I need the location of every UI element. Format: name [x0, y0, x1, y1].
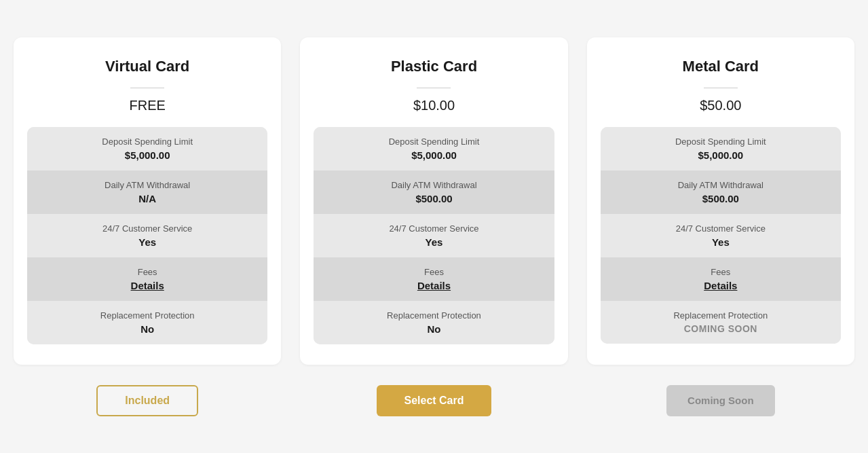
features-box-plastic: Deposit Spending Limit$5,000.00Daily ATM…: [314, 127, 554, 344]
feature-row-plastic-4: Replacement ProtectionNo: [314, 301, 554, 344]
card-metal: Metal Card$50.00Deposit Spending Limit$5…: [587, 37, 854, 365]
feature-label-plastic-0: Deposit Spending Limit: [327, 137, 540, 147]
feature-value-plastic-2: Yes: [327, 236, 540, 248]
feature-row-metal-2: 24/7 Customer ServiceYes: [601, 214, 841, 257]
feature-value-plastic-1: $500.00: [327, 193, 540, 204]
feature-label-virtual-4: Replacement Protection: [41, 310, 254, 321]
feature-value-virtual-0: $5,000.00: [41, 149, 254, 161]
btn-area-virtual: Included: [14, 385, 281, 416]
feature-value-plastic-3[interactable]: Details: [327, 280, 540, 291]
feature-row-virtual-3[interactable]: FeesDetails: [27, 257, 267, 301]
feature-row-virtual-0: Deposit Spending Limit$5,000.00: [27, 127, 267, 170]
btn-area-plastic: Select Card: [300, 385, 567, 416]
feature-label-virtual-1: Daily ATM Withdrawal: [41, 180, 254, 190]
feature-row-virtual-4: Replacement ProtectionNo: [27, 301, 267, 344]
feature-label-metal-0: Deposit Spending Limit: [614, 137, 827, 147]
feature-label-metal-1: Daily ATM Withdrawal: [614, 180, 827, 190]
feature-row-metal-3[interactable]: FeesDetails: [601, 257, 841, 301]
feature-value-metal-0: $5,000.00: [614, 149, 827, 161]
feature-row-metal-4: Replacement ProtectionCOMING SOON: [601, 301, 841, 344]
card-title-plastic: Plastic Card: [391, 58, 477, 75]
feature-value-metal-3[interactable]: Details: [614, 280, 827, 291]
feature-value-virtual-1: N/A: [41, 193, 254, 204]
feature-row-virtual-2: 24/7 Customer ServiceYes: [27, 214, 267, 257]
buttons-row: IncludedSelect CardComing Soon: [14, 385, 854, 416]
card-title-metal: Metal Card: [683, 58, 759, 75]
feature-label-metal-4: Replacement Protection: [614, 310, 827, 321]
card-title-virtual: Virtual Card: [105, 58, 189, 75]
feature-value-metal-2: Yes: [614, 236, 827, 248]
card-divider-virtual: [130, 88, 164, 88]
btn-virtual[interactable]: Included: [96, 385, 198, 416]
card-divider-plastic: [417, 88, 451, 88]
feature-label-plastic-4: Replacement Protection: [327, 310, 540, 321]
features-box-metal: Deposit Spending Limit$5,000.00Daily ATM…: [601, 127, 841, 344]
btn-metal: Coming Soon: [666, 385, 775, 416]
card-price-virtual: FREE: [129, 98, 165, 113]
feature-row-metal-1: Daily ATM Withdrawal$500.00: [601, 170, 841, 214]
feature-label-plastic-3: Fees: [327, 267, 540, 277]
feature-row-plastic-1: Daily ATM Withdrawal$500.00: [314, 170, 554, 214]
card-plastic: Plastic Card$10.00Deposit Spending Limit…: [300, 37, 567, 365]
card-price-metal: $50.00: [700, 98, 741, 113]
cards-wrapper: Virtual CardFREEDeposit Spending Limit$5…: [14, 37, 854, 365]
page-container: Virtual CardFREEDeposit Spending Limit$5…: [0, 0, 868, 453]
feature-value-plastic-4: No: [327, 323, 540, 335]
feature-row-plastic-0: Deposit Spending Limit$5,000.00: [314, 127, 554, 170]
feature-label-plastic-1: Daily ATM Withdrawal: [327, 180, 540, 190]
card-price-plastic: $10.00: [413, 98, 455, 113]
feature-row-virtual-1: Daily ATM WithdrawalN/A: [27, 170, 267, 214]
feature-value-virtual-2: Yes: [41, 236, 254, 248]
feature-label-metal-2: 24/7 Customer Service: [614, 223, 827, 234]
card-divider-metal: [704, 88, 738, 88]
feature-value-virtual-3[interactable]: Details: [41, 280, 254, 291]
feature-label-virtual-3: Fees: [41, 267, 254, 277]
feature-label-metal-3: Fees: [614, 267, 827, 277]
card-virtual: Virtual CardFREEDeposit Spending Limit$5…: [14, 37, 281, 365]
feature-row-metal-0: Deposit Spending Limit$5,000.00: [601, 127, 841, 170]
features-box-virtual: Deposit Spending Limit$5,000.00Daily ATM…: [27, 127, 267, 344]
feature-label-plastic-2: 24/7 Customer Service: [327, 223, 540, 234]
feature-row-plastic-3[interactable]: FeesDetails: [314, 257, 554, 301]
btn-area-metal: Coming Soon: [587, 385, 854, 416]
feature-label-virtual-0: Deposit Spending Limit: [41, 137, 254, 147]
feature-label-virtual-2: 24/7 Customer Service: [41, 223, 254, 234]
btn-plastic[interactable]: Select Card: [377, 385, 491, 416]
feature-value-metal-4: COMING SOON: [614, 323, 827, 334]
feature-row-plastic-2: 24/7 Customer ServiceYes: [314, 214, 554, 257]
feature-value-metal-1: $500.00: [614, 193, 827, 204]
feature-value-virtual-4: No: [41, 323, 254, 335]
feature-value-plastic-0: $5,000.00: [327, 149, 540, 161]
